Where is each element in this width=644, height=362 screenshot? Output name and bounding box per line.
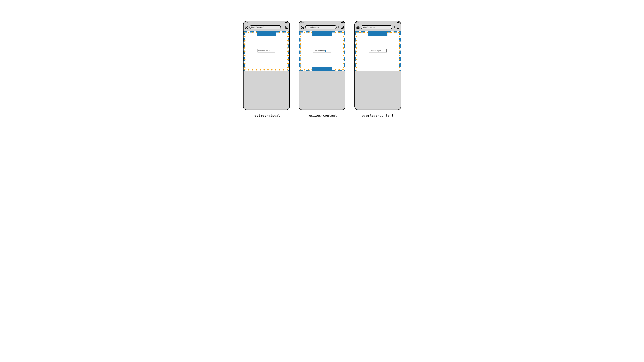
caption: resizes-content — [307, 114, 337, 117]
column-resizes-content: 11:45 https://bram.us/ + 5 — [299, 21, 346, 136]
text-cursor — [381, 50, 381, 52]
column-overlays-content: 11:45 https://bram.us/ + 5 — [354, 21, 401, 136]
status-time: 11:45 — [356, 22, 360, 23]
text-cursor — [325, 50, 326, 52]
battery-icon — [341, 22, 344, 23]
diagram-stage: 11:45 https://bram.us/ + 5 — [201, 0, 443, 136]
page-area: Focused Input — [244, 31, 289, 110]
phone-frame: 11:45 https://bram.us/ + 5 — [354, 21, 401, 110]
address-bar: https://bram.us/ + 5 — [355, 24, 401, 30]
plus-icon[interactable]: + — [394, 25, 396, 29]
tab-count-badge[interactable]: 5 — [396, 26, 399, 29]
on-screen-keyboard — [355, 71, 401, 110]
focused-input-label: Focused Input — [258, 49, 270, 52]
focused-input[interactable]: Focused Input — [369, 49, 387, 52]
on-screen-keyboard — [299, 71, 345, 110]
focused-input[interactable]: Focused Input — [258, 49, 275, 52]
page-area: Focused Input — [355, 31, 401, 110]
home-icon[interactable] — [245, 25, 248, 29]
phone-frame: 11:45 https://bram.us/ + 5 — [299, 21, 346, 110]
status-bar: 11:45 — [299, 21, 345, 24]
battery-icon — [397, 22, 399, 23]
plus-icon[interactable]: + — [282, 25, 284, 29]
focused-input[interactable]: Focused Input — [313, 49, 331, 52]
url-field[interactable]: https://bram.us/ — [361, 25, 392, 29]
status-bar: 11:45 — [355, 21, 401, 24]
url-field[interactable]: https://bram.us/ — [305, 25, 336, 29]
tab-count-badge[interactable]: 5 — [341, 26, 344, 29]
caption: resizes-visual — [252, 114, 280, 117]
column-resizes-visual: 11:45 https://bram.us/ + 5 — [243, 21, 290, 136]
focused-input-label: Focused Input — [370, 49, 381, 52]
caption: overlays-content — [362, 114, 394, 117]
phone-frame: 11:45 https://bram.us/ + 5 — [243, 21, 290, 110]
tab-count-badge[interactable]: 5 — [285, 26, 288, 29]
text-cursor — [270, 50, 270, 52]
on-screen-keyboard — [244, 71, 289, 110]
status-time: 11:45 — [245, 22, 248, 23]
url-field[interactable]: https://bram.us/ — [250, 25, 281, 29]
status-time: 11:45 — [300, 22, 304, 23]
address-bar: https://bram.us/ + 5 — [299, 24, 345, 30]
fixed-top-bar — [368, 31, 388, 36]
focused-input-label: Focused Input — [314, 49, 325, 52]
fixed-top-bar — [257, 31, 276, 36]
battery-icon — [286, 22, 288, 23]
fixed-top-bar — [312, 31, 332, 36]
address-bar: https://bram.us/ + 5 — [244, 24, 289, 30]
status-bar: 11:45 — [244, 21, 289, 24]
home-icon[interactable] — [300, 25, 304, 29]
plus-icon[interactable]: + — [338, 25, 340, 29]
fixed-bottom-bar — [312, 67, 332, 71]
page-area: Focused Input — [299, 31, 345, 110]
home-icon[interactable] — [356, 25, 360, 29]
